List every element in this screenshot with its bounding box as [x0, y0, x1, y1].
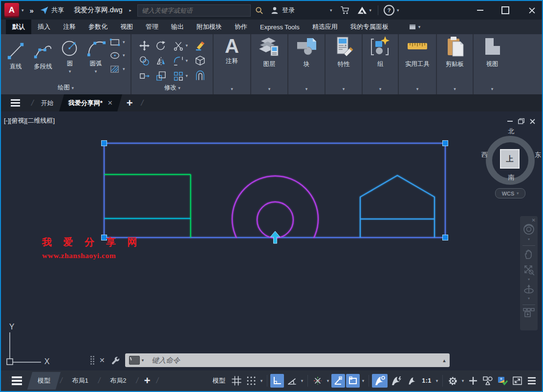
search-icon[interactable]	[255, 6, 263, 15]
ribbon-tab-express-tools[interactable]: Express Tools	[254, 20, 306, 34]
sign-in-button[interactable]: 登录	[282, 6, 295, 15]
panel-annotate[interactable]: A 注释 ▾	[214, 34, 251, 94]
selected-boundary-rectangle[interactable]	[104, 143, 445, 238]
array-dropdown-icon[interactable]: ▾	[186, 74, 188, 78]
panel-block[interactable]: 块 ▾	[288, 34, 326, 94]
navigation-bar[interactable]: ✕ ▾ ▾ ▾	[520, 216, 538, 330]
file-tab-close-icon[interactable]: ✕	[108, 99, 113, 107]
command-history-dropdown-icon[interactable]: ▾	[142, 358, 144, 363]
outer-purple-arc[interactable]	[232, 176, 318, 262]
file-tab-current[interactable]: 我爱分享网* ✕	[62, 94, 120, 111]
stretch-icon[interactable]	[139, 70, 150, 82]
panel-draw-label[interactable]: 绘图 ▾	[1, 84, 130, 92]
panel-modify-label[interactable]: 修改 ▾	[132, 84, 213, 92]
box-icon[interactable]	[195, 55, 206, 66]
annotation-autoscale-toggle[interactable]	[389, 374, 404, 388]
file-tabs-menu-icon[interactable]	[11, 99, 20, 107]
ribbon-tab-manage[interactable]: 管理	[139, 20, 165, 34]
help-button[interactable]: ?	[384, 5, 394, 16]
circle-tool-button[interactable]: 圆 ▾	[59, 37, 81, 74]
lineweight-dropdown-icon[interactable]: ▾	[362, 379, 365, 383]
ribbon-tab-view[interactable]: 视图	[114, 20, 139, 34]
object-snap-toggle[interactable]	[331, 374, 345, 388]
panel-annotate-expand-icon[interactable]: ▾	[231, 87, 233, 91]
search-input[interactable]	[141, 6, 247, 15]
polar-tracking-toggle[interactable]	[285, 374, 299, 388]
model-space-toggle[interactable]: 模型	[209, 373, 229, 388]
trim-dropdown-icon[interactable]: ▾	[186, 44, 188, 48]
polar-dropdown-icon[interactable]: ▾	[301, 379, 304, 383]
arc-dropdown-icon[interactable]: ▾	[95, 69, 97, 74]
panel-utilities-expand-icon[interactable]: ▾	[416, 87, 419, 91]
array-tool-button[interactable]: ▾	[173, 71, 188, 82]
maximize-button[interactable]	[498, 4, 513, 17]
ribbon-tab-insert[interactable]: 插入	[31, 20, 57, 34]
navbar-zoom-dropdown-icon[interactable]: ▾	[528, 277, 530, 282]
help-caret-icon[interactable]: ▾	[397, 8, 399, 13]
snap-dropdown-icon[interactable]: ▾	[261, 379, 263, 383]
command-dock-close-icon[interactable]: ✕	[99, 356, 105, 364]
new-file-tab-button[interactable]: +	[127, 98, 133, 109]
erase-icon[interactable]	[195, 40, 206, 51]
trim-tool-button[interactable]: ▾	[173, 41, 188, 51]
panel-properties-expand-icon[interactable]: ▾	[343, 87, 345, 91]
polyline-tool-button[interactable]: 多段线	[28, 40, 58, 71]
quick-access-expand-icon[interactable]: »	[30, 6, 33, 15]
annotation-scale-icon-button[interactable]	[405, 374, 419, 388]
command-input-bar[interactable]: ▾ ▴	[125, 353, 450, 367]
settings-button[interactable]	[446, 374, 459, 388]
grid-display-toggle[interactable]	[230, 374, 243, 388]
ribbon-tab-custom-panel[interactable]: 我的专属面板	[344, 20, 395, 34]
move-icon[interactable]	[139, 40, 150, 51]
share-icon[interactable]	[40, 6, 49, 15]
search-box[interactable]	[137, 4, 251, 17]
annotation-scale-value[interactable]: 1:1	[420, 374, 434, 388]
panel-utilities[interactable]: 实用工具 ▾	[399, 34, 437, 94]
viewcube-top-face[interactable]: 上	[500, 149, 520, 169]
panel-block-expand-icon[interactable]: ▾	[305, 87, 308, 91]
grip-bottom-right[interactable]	[443, 235, 448, 240]
panel-layers[interactable]: 图层 ▾	[251, 34, 288, 94]
graphics-performance-button[interactable]	[496, 374, 509, 388]
ribbon-tab-parametric[interactable]: 参数化	[82, 20, 114, 34]
command-expand-icon[interactable]: ▴	[443, 358, 446, 363]
ribbon-display-toggle[interactable]: ▾	[403, 20, 427, 34]
line-tool-button[interactable]: 直线	[4, 40, 27, 71]
panel-view-expand-icon[interactable]: ▾	[491, 87, 494, 91]
command-input[interactable]	[151, 356, 443, 365]
customize-wrench-icon[interactable]	[111, 356, 120, 365]
rectangle-tool-button[interactable]: ▾	[109, 38, 125, 46]
ortho-mode-toggle[interactable]	[270, 374, 284, 388]
osnap-tracking-toggle[interactable]	[311, 374, 325, 388]
app-menu-caret-icon[interactable]: ▾	[22, 8, 24, 13]
arc-tool-button[interactable]: 圆弧 ▾	[82, 37, 109, 74]
snap-mode-toggle[interactable]	[244, 374, 258, 388]
ribbon-tab-collaborate[interactable]: 协作	[228, 20, 254, 34]
fillet-tool-button[interactable]: ▾	[173, 56, 188, 66]
zoom-extents-icon[interactable]	[523, 264, 535, 276]
hatch-tool-button[interactable]: ▾	[109, 65, 125, 74]
rotate-icon[interactable]	[155, 40, 167, 51]
circle-dropdown-icon[interactable]: ▾	[69, 69, 71, 74]
user-icon[interactable]	[270, 6, 279, 15]
ribbon-tab-output[interactable]: 输出	[165, 20, 190, 34]
viewcube-north[interactable]: 北	[481, 127, 541, 136]
viewcube-west[interactable]: 西	[481, 151, 488, 159]
autodesk-logo-icon[interactable]	[357, 5, 368, 15]
share-button[interactable]: 共享	[51, 6, 64, 15]
rectangle-dropdown-icon[interactable]: ▾	[123, 40, 125, 44]
showmotion-icon[interactable]	[522, 307, 535, 318]
pan-hand-icon[interactable]	[523, 248, 535, 260]
layout-tab-layout1[interactable]: 布局1	[64, 370, 96, 391]
selection-grips[interactable]	[102, 141, 448, 244]
layout-tab-layout2[interactable]: 布局2	[102, 370, 134, 391]
layout-tab-model[interactable]: 模型	[30, 370, 58, 391]
ribbon-tab-annotate[interactable]: 注释	[57, 20, 82, 34]
ribbon-tab-featured-apps[interactable]: 精选应用	[306, 20, 344, 34]
layout-menu-icon[interactable]	[12, 376, 22, 385]
wcs-menu[interactable]: WCS▾	[495, 188, 525, 198]
autodesk-caret-icon[interactable]: ▾	[369, 8, 372, 13]
viewcube-east[interactable]: 东	[535, 151, 541, 159]
copy-icon[interactable]	[139, 55, 150, 66]
navbar-wheel-dropdown-icon[interactable]: ▾	[528, 237, 530, 241]
